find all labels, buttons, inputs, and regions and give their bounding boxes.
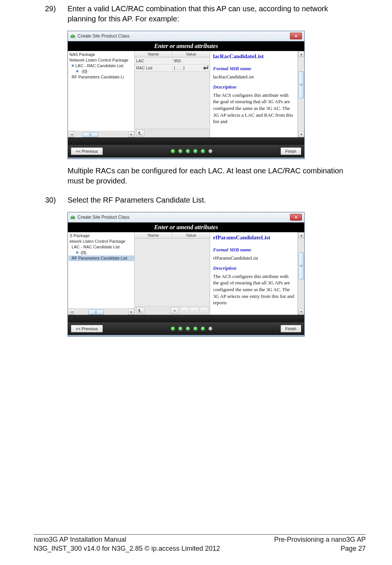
status-light-3 bbox=[186, 149, 190, 153]
info-title: rfParamsCandidateList bbox=[213, 234, 294, 241]
titlebar: Create Site Product Class ✕ bbox=[68, 212, 304, 222]
window-edge bbox=[68, 158, 304, 159]
status-light-3 bbox=[186, 327, 190, 331]
tree-lac-rac-label: LAC - RAC Candidate List bbox=[75, 63, 123, 68]
tree-lac-rac-list[interactable]: LAC - RAC Candidate List bbox=[69, 63, 134, 69]
footer-page-num: Page 27 bbox=[341, 545, 366, 552]
tree-network-listen[interactable]: Network Listen Control Package bbox=[69, 57, 134, 63]
title-left: Create Site Product Class bbox=[70, 215, 129, 220]
tree-network-listen[interactable]: etwork Listen Control Package bbox=[69, 239, 134, 244]
title-left: Create Site Product Class bbox=[70, 33, 129, 39]
previous-button[interactable]: << Previous bbox=[71, 147, 103, 155]
status-light-2 bbox=[179, 149, 182, 153]
scroll-thumb[interactable] bbox=[83, 132, 98, 137]
col-name[interactable]: Name bbox=[135, 51, 173, 57]
status-light-5 bbox=[201, 327, 205, 331]
enter-icon[interactable] bbox=[203, 66, 208, 70]
close-button[interactable]: ✕ bbox=[290, 214, 302, 221]
info-description-label: Description bbox=[213, 84, 294, 90]
tree-key-icon bbox=[72, 65, 74, 67]
mid-strip bbox=[68, 137, 304, 145]
move-up-button[interactable]: ↑ bbox=[190, 307, 198, 314]
cell-raclist-text: { . . . } bbox=[174, 66, 185, 70]
scroll-v-track[interactable] bbox=[298, 57, 304, 131]
page: 29) Enter a valid LAC/RAC combination th… bbox=[0, 0, 392, 565]
step-29-number: 29) bbox=[34, 4, 68, 24]
finish-button[interactable]: Finish bbox=[281, 325, 301, 332]
grid-header: Name Value bbox=[135, 232, 210, 239]
col-value[interactable]: Value bbox=[173, 51, 210, 57]
grid-footer: + − ↑ ↓ bbox=[135, 306, 210, 315]
scroll-up-button[interactable]: ▴ bbox=[298, 51, 304, 57]
info-title: lacRacCandidateList bbox=[213, 53, 294, 60]
add-button[interactable]: + bbox=[171, 307, 179, 314]
scroll-right-button[interactable]: ▸ bbox=[128, 131, 134, 137]
info-description-label: Description bbox=[213, 265, 294, 272]
col-value[interactable]: Value bbox=[173, 232, 210, 238]
scroll-up-button[interactable]: ▴ bbox=[298, 232, 304, 238]
status-light-2 bbox=[179, 327, 182, 331]
scroll-v-thumb[interactable] bbox=[299, 71, 304, 98]
scroll-track[interactable] bbox=[75, 309, 128, 314]
info-pane: rfParamsCandidateList Formal MIB name rf… bbox=[210, 232, 304, 315]
status-light-1 bbox=[171, 149, 175, 153]
status-light-4 bbox=[194, 149, 197, 153]
scroll-left-button[interactable]: ◂ bbox=[69, 309, 75, 315]
cell-raclist-value[interactable]: { . . . } bbox=[173, 65, 210, 71]
remove-button[interactable]: − bbox=[180, 307, 189, 314]
status-light-4 bbox=[194, 327, 197, 331]
tree-content: NAS Package Network Listen Control Packa… bbox=[69, 52, 134, 131]
tree-item-0-label: -[0]- bbox=[80, 250, 87, 255]
tree-h-scrollbar[interactable]: ◂ ▸ bbox=[69, 308, 134, 315]
scroll-v-track[interactable] bbox=[298, 238, 304, 309]
scroll-down-button[interactable]: ▾ bbox=[298, 131, 304, 137]
window-body: S Package etwork Listen Control Package … bbox=[68, 232, 304, 315]
info-content: lacRacCandidateList Formal MIB name lacR… bbox=[210, 51, 298, 137]
status-light-5 bbox=[201, 149, 205, 153]
status-light-1 bbox=[171, 327, 175, 331]
grid-row-raclist[interactable]: RAC List { . . . } bbox=[135, 65, 210, 72]
scroll-track[interactable] bbox=[75, 132, 128, 137]
scroll-v-thumb[interactable] bbox=[299, 252, 304, 279]
tree-lac-rac-list[interactable]: LAC - RAC Candidate List bbox=[69, 244, 134, 250]
tree-key-icon bbox=[76, 251, 78, 254]
up-level-button[interactable] bbox=[136, 307, 144, 314]
info-description-text: The ACS configures this attribute with t… bbox=[213, 273, 294, 306]
scroll-down-button[interactable]: ▾ bbox=[298, 309, 304, 315]
step-29: 29) Enter a valid LAC/RAC combination th… bbox=[34, 4, 358, 24]
finish-button[interactable]: Finish bbox=[281, 147, 301, 155]
mid-strip bbox=[68, 315, 304, 322]
app-icon bbox=[70, 33, 75, 39]
info-v-scrollbar[interactable]: ▴ ▾ bbox=[298, 232, 304, 315]
tree-item-0[interactable]: -[0]- bbox=[69, 69, 134, 74]
up-level-button[interactable] bbox=[136, 130, 144, 137]
col-name[interactable]: Name bbox=[135, 232, 173, 238]
scroll-right-button[interactable]: ▸ bbox=[128, 309, 134, 315]
move-down-button[interactable]: ↓ bbox=[200, 307, 208, 314]
window-footer: << Previous Finish bbox=[68, 145, 304, 158]
tree-rf-params[interactable]: RF Parameters Candidate List bbox=[69, 255, 134, 261]
status-lights bbox=[171, 149, 212, 153]
tree-item-0[interactable]: -[0]- bbox=[69, 250, 134, 255]
status-light-6 bbox=[209, 149, 212, 153]
tree-nas-package[interactable]: S Package bbox=[69, 233, 134, 239]
grid-rows: LAC 950 RAC List { . . . } bbox=[135, 57, 210, 129]
previous-button[interactable]: << Previous bbox=[71, 325, 103, 332]
status-light-6 bbox=[209, 327, 212, 331]
tree-rf-params[interactable]: RF Parameters Candidate Li bbox=[69, 74, 134, 80]
app-icon bbox=[70, 215, 75, 220]
footer-right: Pre-Provisioning a nano3G AP Page 27 bbox=[274, 535, 366, 553]
cell-lac-value[interactable]: 950 bbox=[173, 57, 210, 64]
step-29-text: Enter a valid LAC/RAC combination that t… bbox=[68, 4, 358, 24]
scroll-left-button[interactable]: ◂ bbox=[69, 131, 75, 137]
info-v-scrollbar[interactable]: ▴ ▾ bbox=[298, 51, 304, 137]
grid-pane: Name Value LAC 950 RAC List { . . . } bbox=[135, 51, 210, 137]
tree-h-scrollbar[interactable]: ◂ ▸ bbox=[69, 131, 134, 137]
step-30-number: 30) bbox=[34, 195, 68, 205]
tree-nas-package[interactable]: NAS Package bbox=[69, 52, 134, 57]
scroll-thumb[interactable] bbox=[88, 310, 104, 315]
grid-pane: Name Value + − ↑ ↓ bbox=[135, 232, 210, 315]
tree-content: S Package etwork Listen Control Package … bbox=[69, 233, 134, 308]
close-button[interactable]: ✕ bbox=[290, 33, 302, 39]
grid-row-lac[interactable]: LAC 950 bbox=[135, 57, 210, 65]
